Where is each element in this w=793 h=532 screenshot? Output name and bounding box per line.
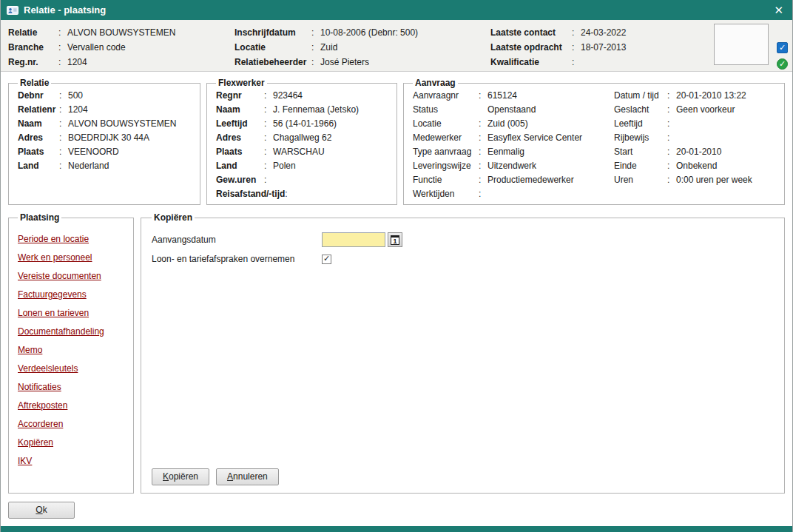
- aanvangsdatum-row: Aanvangsdatum 1: [152, 232, 775, 247]
- field-value: Polen: [273, 159, 296, 173]
- field-label: Leeftijd: [614, 117, 667, 131]
- field-label: Land: [216, 159, 264, 173]
- plaatsing-legend: Plaatsing: [18, 212, 61, 223]
- field-label: Plaats: [18, 145, 59, 159]
- field-separator: :: [311, 55, 320, 70]
- relatie-panel: Relatie Debnr:500 Relatienr:1204 Naam:AL…: [8, 78, 200, 205]
- nav-link-werk-en-personeel[interactable]: Werk en personeel: [18, 249, 124, 267]
- nav-link-kopieren[interactable]: Kopiëren: [18, 434, 124, 452]
- overnemen-row: Loon- en tariefafspraken overnemen ✓: [152, 254, 775, 264]
- field-label: Inschrijfdatum: [234, 25, 311, 40]
- field-row: Locatie:Zuid (005): [413, 117, 614, 131]
- kopieren-button[interactable]: Kopiëren: [152, 468, 209, 485]
- checkmark-icon: ✓: [323, 255, 330, 263]
- field-value: 10-08-2006 (Debnr: 500): [320, 25, 418, 40]
- aanvangsdatum-label: Aanvangsdatum: [152, 235, 322, 245]
- field-separator: :: [479, 117, 487, 131]
- field-row: Naam:J. Fennemaa (Jetsko): [216, 103, 388, 117]
- field-row: Leeftijd:: [614, 117, 775, 131]
- field-separator: :: [285, 187, 294, 201]
- field-separator: :: [667, 145, 676, 159]
- field-value: 0:00 uren per week: [676, 173, 752, 187]
- header-row: Branche:Vervallen code: [8, 40, 175, 55]
- calendar-picker-button[interactable]: 1: [388, 232, 402, 247]
- nav-link-notificaties[interactable]: Notificaties: [18, 378, 124, 397]
- nav-link-verdeelsleutels[interactable]: Verdeelsleutels: [18, 360, 124, 378]
- field-separator: :: [59, 145, 68, 159]
- field-row: Reisafstand/-tijd:: [216, 187, 388, 201]
- field-label: Start: [614, 145, 667, 159]
- field-separator: :: [58, 55, 67, 70]
- field-value: Nederland: [68, 159, 109, 173]
- relatie-legend: Relatie: [18, 78, 51, 88]
- aanvraag-columns: Aanvraagnr:615124 StatusOpenstaand Locat…: [413, 89, 775, 201]
- field-row: Debnr:500: [18, 89, 191, 103]
- field-separator: :: [264, 159, 273, 173]
- header-row: Laatste contact:24-03-2022: [490, 25, 626, 40]
- field-row: Relatienr:1204: [18, 103, 191, 117]
- nav-link-aftrekposten[interactable]: Aftrekposten: [18, 397, 124, 415]
- nav-link-periode-en-locatie[interactable]: Periode en locatie: [18, 230, 124, 249]
- field-label: Werktijden: [413, 187, 479, 201]
- nav-link-factuurgegevens[interactable]: Factuurgegevens: [18, 286, 124, 304]
- field-separator: :: [667, 89, 676, 103]
- field-value: Vervallen code: [67, 40, 126, 55]
- relation-summary-header: Relatie:ALVON BOUWSYSTEMEN Branche:Verva…: [1, 20, 792, 72]
- field-separator: :: [667, 173, 676, 187]
- field-value: Easyflex Service Center: [487, 131, 582, 145]
- field-label: Branche: [8, 40, 58, 55]
- field-value: 923464: [273, 89, 303, 103]
- close-icon[interactable]: ✕: [772, 4, 785, 16]
- field-value: Productiemedewerker: [487, 173, 574, 187]
- field-value: 24-03-2022: [581, 25, 626, 40]
- aanvraag-panel: Aanvraag Aanvraagnr:615124 StatusOpensta…: [403, 78, 785, 205]
- field-separator: :: [572, 25, 581, 40]
- field-row: Leeftijd:56 (14-01-1966): [216, 117, 388, 131]
- field-separator: :: [572, 55, 581, 70]
- field-separator: :: [479, 187, 487, 201]
- aanvraag-legend: Aanvraag: [413, 78, 458, 88]
- ok-button[interactable]: Ok: [8, 502, 75, 519]
- annuleren-button[interactable]: Annuleren: [216, 468, 279, 485]
- nav-link-memo[interactable]: Memo: [18, 341, 124, 360]
- field-value: Chagallweg 62: [273, 131, 331, 145]
- field-separator: :: [264, 103, 273, 117]
- nav-link-lonen-en-tarieven[interactable]: Lonen en tarieven: [18, 304, 124, 323]
- relation-card-icon: [7, 5, 18, 16]
- nav-link-documentafhandeling[interactable]: Documentafhandeling: [18, 323, 124, 341]
- field-row: Regnr:923464: [216, 89, 388, 103]
- field-label: Laatste contact: [490, 25, 572, 40]
- field-value: J. Fennemaa (Jetsko): [273, 103, 359, 117]
- nav-link-ikv[interactable]: IKV: [18, 452, 124, 471]
- header-row: Reg.nr.:1204: [8, 55, 175, 70]
- flexwerker-legend: Flexwerker: [216, 78, 267, 88]
- field-label: Laatste opdracht: [490, 40, 572, 55]
- field-value: ALVON BOUWSYSTEMEN: [67, 25, 175, 40]
- aanvangsdatum-input[interactable]: [322, 232, 385, 247]
- plaatsing-nav-panel: Plaatsing Periode en locatie Werk en per…: [8, 212, 134, 494]
- field-row: Geslacht:Geen voorkeur: [614, 103, 775, 117]
- field-separator: :: [667, 103, 676, 117]
- field-value: 20-01-2010 13:22: [676, 89, 746, 103]
- nav-link-accorderen[interactable]: Accorderen: [18, 415, 124, 434]
- field-separator: :: [58, 25, 67, 40]
- field-separator: :: [311, 40, 320, 55]
- header-row: Locatie:Zuid: [234, 40, 418, 55]
- kopieren-actions: Kopiëren Annuleren: [152, 468, 279, 485]
- blue-checkbox-icon[interactable]: ✓: [777, 42, 788, 53]
- field-label: Status: [413, 103, 479, 117]
- field-value: WARSCHAU: [273, 145, 325, 159]
- overnemen-checkbox[interactable]: ✓: [322, 255, 331, 264]
- field-value: 1204: [68, 103, 88, 117]
- field-separator: :: [264, 145, 273, 159]
- header-row: Relatiebeheerder:José Pieters: [234, 55, 418, 70]
- field-row: Adres:Chagallweg 62: [216, 131, 388, 145]
- field-label: Naam: [18, 117, 59, 131]
- field-label: Regnr: [216, 89, 264, 103]
- field-value: VEENOORD: [68, 145, 119, 159]
- aanvraag-right-column: Datum / tijd:20-01-2010 13:22 Geslacht:G…: [614, 89, 775, 201]
- nav-link-vereiste-documenten[interactable]: Vereiste documenten: [18, 267, 124, 286]
- field-label: Functie: [413, 173, 479, 187]
- field-row: Datum / tijd:20-01-2010 13:22: [614, 89, 775, 103]
- field-separator: :: [58, 40, 67, 55]
